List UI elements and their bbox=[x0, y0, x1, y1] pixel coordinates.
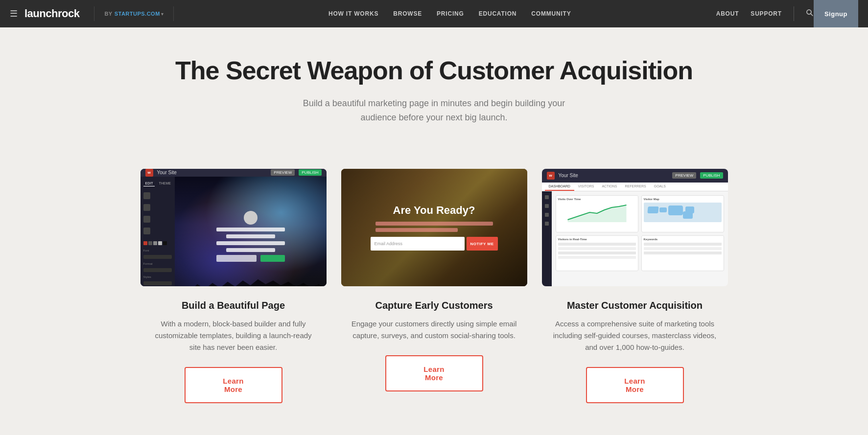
hero-section: The Secret Weapon of Customer Acquisitio… bbox=[0, 27, 868, 169]
realtime-row-3 bbox=[558, 252, 636, 254]
analytics-mockup: w Your Site PREVIEW PUBLISH DASHBOARD VI… bbox=[542, 169, 728, 286]
search-icon[interactable] bbox=[806, 9, 814, 19]
sidebar-dot-1 bbox=[545, 195, 549, 199]
hero-subtitle: Build a beautiful marketing page in minu… bbox=[287, 96, 581, 125]
card-3-image: w Your Site PREVIEW PUBLISH DASHBOARD VI… bbox=[542, 169, 728, 286]
text-bar-2 bbox=[226, 234, 275, 238]
landing-title: Are You Ready? bbox=[393, 204, 475, 217]
sidebar-icon-3 bbox=[143, 216, 150, 223]
btn-row bbox=[216, 255, 285, 262]
sidebar-field-format bbox=[143, 268, 172, 272]
signup-button[interactable]: Signup bbox=[814, 0, 858, 27]
card-2-image: Are You Ready? Email Address NOTIFY ME bbox=[341, 169, 527, 286]
nav-education[interactable]: EDUCATION bbox=[479, 10, 517, 17]
nav-community[interactable]: COMMUNITY bbox=[531, 10, 571, 17]
line-chart-svg bbox=[558, 203, 636, 222]
svg-line-1 bbox=[811, 14, 813, 16]
map-shape-3 bbox=[668, 206, 683, 215]
landing-mockup: Are You Ready? Email Address NOTIFY ME bbox=[341, 169, 527, 286]
swatch-dark bbox=[148, 241, 152, 245]
pink-bar-1 bbox=[375, 222, 493, 226]
builder-body: EDIT THEME bbox=[141, 177, 327, 286]
keywords-widget: Keywords bbox=[641, 235, 724, 271]
builder-topbar: w Your Site PREVIEW PUBLISH bbox=[141, 169, 327, 177]
text-bar-3 bbox=[216, 241, 285, 245]
builder-tabs: EDIT THEME bbox=[143, 181, 172, 186]
analytics-content: Visits Over Time Visitor Map bbox=[552, 191, 728, 286]
builder-bg bbox=[175, 177, 327, 286]
card-3-learn-more-button[interactable]: Learn More bbox=[586, 367, 684, 403]
pink-bars bbox=[375, 222, 493, 232]
analytics-tabs: DASHBOARD VISITORS ACTIONS REFERRERS GOA… bbox=[542, 183, 728, 191]
nav-browse[interactable]: BROWSE bbox=[393, 10, 422, 17]
card-1-image: w Your Site PREVIEW PUBLISH EDIT THEME bbox=[141, 169, 327, 286]
nav-about[interactable]: ABOUT bbox=[716, 10, 739, 17]
nav-divider-2 bbox=[173, 6, 174, 21]
logo-text: launchrock bbox=[24, 7, 79, 20]
sidebar-field-font bbox=[143, 255, 172, 259]
builder-logo: w bbox=[145, 169, 153, 177]
sidebar-dot-2 bbox=[545, 204, 549, 208]
builder-canvas bbox=[175, 177, 327, 286]
sidebar-icon-4 bbox=[143, 228, 150, 234]
analytics-sidebar bbox=[542, 191, 552, 286]
card-2-title: Capture Early Customers bbox=[375, 300, 493, 311]
logo[interactable]: launchrock bbox=[24, 7, 79, 20]
realtime-widget: Visitors in Real-Time bbox=[556, 235, 638, 271]
builder-preview-btn: PREVIEW bbox=[271, 169, 295, 176]
builder-site-name: Your Site bbox=[157, 170, 267, 175]
analytics-body: Visits Over Time Visitor Map bbox=[542, 191, 728, 286]
card-1-desc: With a modern, block-based builder and f… bbox=[150, 318, 317, 353]
text-bar-1 bbox=[216, 228, 285, 231]
sidebar-icon-2 bbox=[143, 204, 150, 211]
referrers-tab: REFERRERS bbox=[621, 183, 650, 191]
realtime-row-4 bbox=[558, 256, 636, 259]
analytics-site-name: Your Site bbox=[559, 173, 669, 178]
card-1-learn-more-button[interactable]: Learn More bbox=[185, 367, 282, 403]
dashboard-tab: DASHBOARD bbox=[545, 183, 574, 191]
startups-link[interactable]: STARTUPS.COM bbox=[115, 11, 160, 17]
hamburger-icon[interactable]: ☰ bbox=[10, 8, 18, 19]
map-shape-1 bbox=[647, 206, 658, 213]
realtime-rows bbox=[558, 243, 636, 259]
analytics-preview-btn: PREVIEW bbox=[672, 172, 696, 179]
visitor-map-widget: Visitor Map bbox=[641, 195, 724, 233]
input-placeholder bbox=[216, 255, 257, 262]
builder-publish-btn: PUBLISH bbox=[299, 169, 321, 176]
sidebar-label-font: Font bbox=[143, 249, 172, 252]
card-master-acquisition: w Your Site PREVIEW PUBLISH DASHBOARD VI… bbox=[542, 169, 728, 403]
nav-pricing[interactable]: PRICING bbox=[437, 10, 464, 17]
goals-tab: GOALS bbox=[650, 183, 670, 191]
sidebar-dot-3 bbox=[545, 213, 549, 217]
keywords-rows bbox=[644, 243, 722, 254]
visitors-tab: VISITORS bbox=[574, 183, 598, 191]
analytics-logo: w bbox=[547, 172, 555, 180]
kw-row-1 bbox=[644, 243, 722, 246]
card-3-desc: Access a comprehensive suite of marketin… bbox=[552, 318, 718, 353]
avatar-placeholder bbox=[244, 211, 258, 225]
builder-sidebar: EDIT THEME bbox=[141, 177, 175, 286]
by-label: BY bbox=[104, 11, 112, 17]
kw-row-3 bbox=[644, 252, 722, 254]
visits-title: Visits Over Time bbox=[558, 198, 636, 201]
map-shape-5 bbox=[685, 206, 694, 213]
visits-widget: Visits Over Time bbox=[556, 195, 638, 233]
swatch-gray bbox=[153, 241, 157, 245]
pink-bar-2 bbox=[375, 228, 458, 232]
nav-divider bbox=[94, 6, 94, 21]
visitor-map-title: Visitor Map bbox=[644, 198, 722, 201]
kw-row-2 bbox=[644, 247, 722, 250]
swatch-light bbox=[158, 241, 162, 245]
notify-btn-mock: NOTIFY ME bbox=[467, 237, 498, 251]
card-3-title: Master Customer Acquisition bbox=[567, 300, 703, 311]
sidebar-icon-1 bbox=[143, 192, 150, 199]
cta-btn bbox=[260, 255, 285, 262]
nav-links: HOW IT WORKS BROWSE PRICING EDUCATION CO… bbox=[184, 10, 716, 17]
sidebar-label-format: Format bbox=[143, 262, 172, 265]
nav-how-it-works[interactable]: HOW IT WORKS bbox=[328, 10, 378, 17]
realtime-row-2 bbox=[558, 247, 636, 250]
nav-support[interactable]: SUPPORT bbox=[751, 10, 782, 17]
card-2-learn-more-button[interactable]: Learn More bbox=[385, 355, 483, 391]
sidebar-dot-4 bbox=[545, 222, 549, 226]
card-build-page: w Your Site PREVIEW PUBLISH EDIT THEME bbox=[141, 169, 327, 403]
